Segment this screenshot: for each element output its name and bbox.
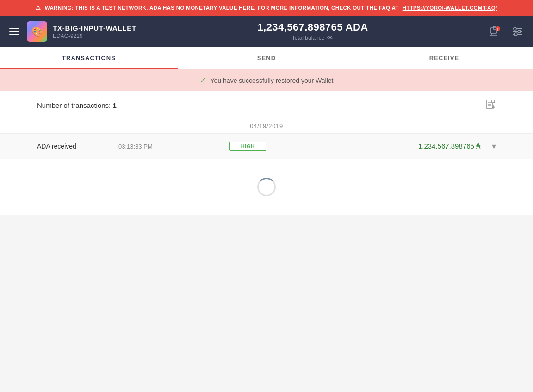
success-banner: ✓ You have successfully restored your Wa… — [0, 69, 533, 91]
table-row: ADA received 03:13:33 PM HIGH 1,234,567.… — [0, 133, 533, 159]
transactions-count: Number of transactions: 1 — [37, 101, 117, 109]
loading-spinner — [257, 178, 276, 196]
success-message: You have successfully restored your Wall… — [211, 77, 334, 84]
svg-point-11 — [518, 30, 521, 33]
transactions-header: Number of transactions: 1 — [0, 91, 533, 116]
warning-text: WARNING: THIS IS A TEST NETWORK. ADA HAS… — [45, 5, 399, 11]
bell-icon: ! — [489, 25, 502, 38]
wallet-name: TX-BIG-INPUT-WALLET — [53, 24, 136, 32]
svg-rect-15 — [492, 100, 495, 103]
tab-transactions[interactable]: TRANSACTIONS — [0, 47, 178, 69]
notifications-button[interactable]: ! — [487, 23, 503, 40]
warning-icon: ⚠ — [36, 5, 41, 11]
header-left: 🎨 TX-BIG-INPUT-WALLET EDAO-9229 — [7, 21, 155, 42]
hamburger-line-1 — [9, 28, 19, 29]
balance-label: Total balance 👁 — [155, 34, 470, 42]
svg-point-12 — [514, 33, 517, 36]
wallet-avatar: 🎨 — [27, 21, 47, 42]
sliders-icon — [511, 25, 524, 38]
hamburger-line-2 — [9, 31, 19, 32]
tabs: TRANSACTIONS SEND RECEIVE — [0, 47, 533, 69]
svg-text:!: ! — [497, 28, 498, 31]
hamburger-menu-button[interactable] — [7, 26, 21, 37]
export-button[interactable] — [485, 99, 496, 112]
transaction-amount: 1,234,567.898765 ₳ — [274, 142, 481, 150]
transaction-confidence-badge: HIGH — [229, 142, 266, 151]
balance-amount: 1,234,567.898765 ADA — [155, 21, 470, 33]
header: 🎨 TX-BIG-INPUT-WALLET EDAO-9229 1,234,56… — [0, 16, 533, 47]
tab-send[interactable]: SEND — [178, 47, 355, 69]
loading-container — [0, 159, 533, 215]
toggle-balance-icon[interactable]: 👁 — [327, 34, 334, 42]
wallet-id: EDAO-9229 — [53, 33, 136, 39]
hamburger-line-3 — [9, 34, 19, 35]
wallet-info: TX-BIG-INPUT-WALLET EDAO-9229 — [53, 24, 136, 39]
transaction-time: 03:13:33 PM — [118, 143, 222, 150]
transaction-type: ADA received — [37, 143, 111, 150]
transactions-count-value: 1 — [112, 101, 116, 109]
export-icon — [485, 99, 496, 110]
warning-bar: ⚠ WARNING: THIS IS A TEST NETWORK. ADA H… — [0, 0, 533, 16]
header-center: 1,234,567.898765 ADA Total balance 👁 — [155, 21, 470, 42]
settings-button[interactable] — [509, 23, 526, 40]
svg-point-10 — [514, 27, 516, 30]
wallet-avatar-image: 🎨 — [27, 21, 47, 42]
header-right: ! — [470, 23, 526, 40]
main-content: Number of transactions: 1 04/19/2019 ADA… — [0, 91, 533, 215]
success-check-icon: ✓ — [200, 76, 206, 85]
tab-receive[interactable]: RECEIVE — [355, 47, 533, 69]
date-label: 04/19/2019 — [0, 116, 533, 133]
warning-link[interactable]: HTTPS://YOROI-WALLET.COM/FAQ/ — [403, 5, 497, 11]
transaction-expand-button[interactable]: ▾ — [492, 141, 496, 151]
